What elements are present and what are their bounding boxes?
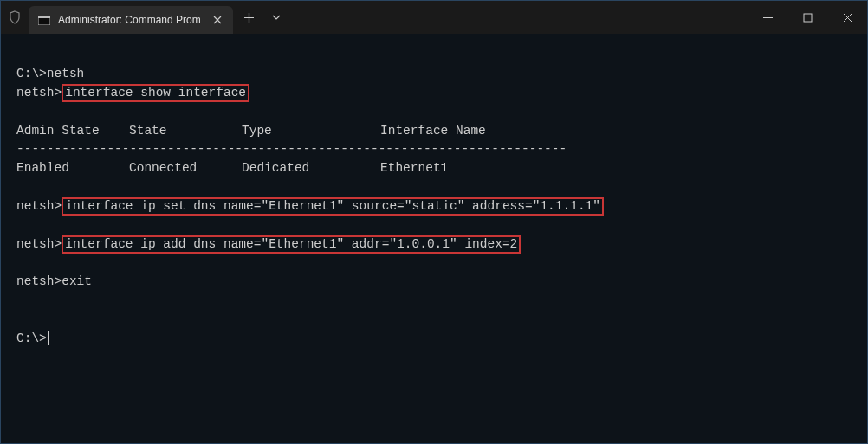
cmd-line: netsh>exit bbox=[16, 273, 852, 292]
tab-active[interactable]: Administrator: Command Prom bbox=[29, 6, 233, 34]
svg-rect-2 bbox=[804, 14, 812, 22]
maximize-button[interactable] bbox=[787, 1, 827, 34]
highlight-box: interface ip set dns name="Ethernet1" so… bbox=[62, 197, 604, 216]
titlebar: Administrator: Command Prom bbox=[1, 1, 867, 34]
tab-title: Administrator: Command Prom bbox=[58, 14, 204, 26]
svg-rect-1 bbox=[38, 16, 50, 18]
cmd-line: C:\>netsh bbox=[16, 65, 852, 84]
minimize-button[interactable] bbox=[748, 1, 787, 34]
cmd-line: netsh>interface ip set dns name="Etherne… bbox=[16, 197, 852, 216]
new-tab-button[interactable] bbox=[233, 1, 264, 34]
highlight-box: interface show interface bbox=[62, 84, 249, 102]
close-button[interactable] bbox=[827, 1, 867, 34]
tab-close-button[interactable] bbox=[211, 13, 224, 27]
cmd-line: netsh>interface ip add dns name="Etherne… bbox=[16, 235, 852, 254]
highlight-box: interface ip add dns name="Ethernet1" ad… bbox=[62, 235, 521, 254]
table-separator: ----------------------------------------… bbox=[16, 140, 852, 159]
shield-icon bbox=[1, 1, 29, 34]
cmd-line: netsh>interface show interface bbox=[16, 84, 852, 103]
table-header: Admin StateStateTypeInterface Name bbox=[16, 122, 852, 141]
cursor bbox=[48, 331, 49, 345]
prompt-line: C:\> bbox=[16, 330, 852, 349]
cmd-icon bbox=[37, 13, 51, 27]
tab-dropdown-button[interactable] bbox=[264, 1, 288, 34]
terminal-content[interactable]: C:\>netsh netsh>interface show interface… bbox=[1, 34, 867, 361]
table-row: EnabledConnectedDedicatedEthernet1 bbox=[16, 159, 852, 178]
